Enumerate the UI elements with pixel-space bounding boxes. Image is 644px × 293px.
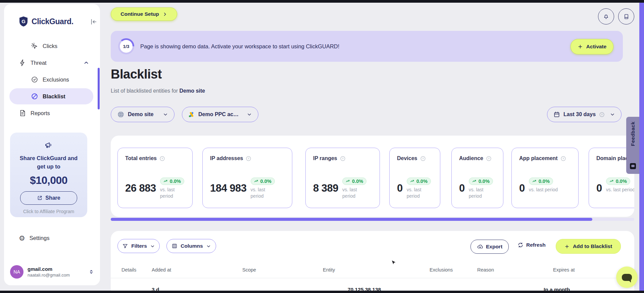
- ppc-account-selector[interactable]: Demo PPC ac…: [182, 107, 258, 122]
- stat-value: 26 883: [125, 182, 156, 194]
- column-header-exclusions: Exclusions: [430, 267, 453, 273]
- columns-button[interactable]: Columns: [166, 239, 216, 253]
- export-button[interactable]: Export: [470, 240, 509, 254]
- share-button-label: Share: [45, 195, 60, 201]
- sidebar-item-threat[interactable]: Threat: [19, 56, 89, 69]
- calendar-icon: [553, 111, 560, 118]
- trend-up-icon: [472, 179, 477, 184]
- activate-button[interactable]: Activate: [571, 39, 613, 54]
- sidebar-item-label: Threat: [31, 60, 47, 66]
- stat-value: 0: [596, 182, 602, 194]
- delta-badge: 0.0%: [606, 178, 630, 185]
- column-header-expires-at: Expires at: [553, 267, 575, 273]
- page-subtitle-text: List of blacklisted entities for: [111, 88, 178, 94]
- funnel-icon: [122, 243, 128, 249]
- sidebar-item-settings[interactable]: ⚙ Settings: [19, 232, 49, 244]
- chevron-down-icon: [247, 112, 252, 117]
- column-header-details: Details: [121, 267, 136, 273]
- account-switcher[interactable]: NA gmail.com naatali.ro@gmail.com: [10, 265, 94, 279]
- site-selector[interactable]: Demo site: [111, 107, 175, 122]
- promo-footnote: Click to Affiliate Program: [10, 209, 87, 214]
- vertical-scrollbar[interactable]: [639, 3, 644, 291]
- vs-last-period: vs. last period: [407, 187, 426, 199]
- help-icon[interactable]: ?: [159, 156, 165, 161]
- notifications-button[interactable]: [598, 8, 614, 25]
- account-email: naatali.ro@gmail.com: [28, 273, 70, 278]
- feedback-tab[interactable]: Feedback: [626, 117, 639, 174]
- share-button[interactable]: Share: [20, 191, 77, 205]
- help-icon[interactable]: ?: [599, 112, 605, 117]
- sidebar-item-reports[interactable]: Reports: [19, 107, 50, 119]
- help-icon[interactable]: ?: [420, 156, 426, 161]
- chat-launcher-button[interactable]: [616, 266, 638, 288]
- sidebar-item-exclusions[interactable]: Exclusions: [31, 73, 69, 86]
- stat-card-devices: Devices? 0 0.0% vs. last period: [389, 148, 440, 208]
- svg-text:G: G: [21, 18, 26, 24]
- badge-check-icon: [31, 76, 38, 83]
- window-top-edge: [0, 0, 644, 3]
- svg-text:?: ?: [248, 157, 250, 160]
- feedback-widget-icon: [630, 163, 636, 169]
- stat-card-app-placement: App placement? 0 0.0% vs. last period: [511, 148, 579, 208]
- feedback-label: Feedback: [630, 121, 636, 146]
- add-to-blacklist-button[interactable]: Add to Blacklist: [556, 239, 621, 254]
- vs-last-period: vs. last period: [529, 187, 569, 193]
- external-link-icon: [37, 195, 43, 201]
- promo-amount: $10,000: [10, 174, 87, 187]
- activate-label: Activate: [586, 44, 606, 50]
- setup-progress-value: 1/3: [120, 40, 133, 53]
- stat-card-audience: Audience? 0 0.0% vs. last period: [451, 148, 503, 208]
- sidebar-collapse-icon[interactable]: [90, 18, 97, 26]
- columns-icon: [171, 243, 178, 249]
- help-icon[interactable]: ?: [560, 156, 566, 161]
- logo: G ClickGuard.: [19, 16, 73, 27]
- blacklist-table-panel: Filters Columns Export Refresh Add to Bl…: [111, 231, 634, 293]
- svg-text:?: ?: [161, 157, 163, 160]
- svg-text:?: ?: [488, 157, 490, 160]
- docs-button[interactable]: [618, 8, 634, 25]
- column-header-added-at: Added at: [152, 267, 171, 273]
- trend-up-icon: [410, 179, 415, 184]
- megaphone-icon: [10, 141, 87, 149]
- delta-badge: 0.0%: [469, 178, 493, 185]
- stat-label: IP ranges: [313, 155, 337, 161]
- stat-value: 0: [459, 182, 465, 194]
- stat-label: Devices: [397, 155, 417, 161]
- stat-label: Total entries: [125, 155, 157, 161]
- refresh-button[interactable]: Refresh: [517, 242, 546, 248]
- affiliate-promo-card[interactable]: Share ClickGuard and get up to $10,000 S…: [10, 133, 87, 217]
- columns-label: Columns: [181, 243, 203, 249]
- sidebar-item-blacklist[interactable]: Blacklist: [9, 88, 93, 104]
- cursor-click-icon: [31, 42, 38, 50]
- add-to-blacklist-label: Add to Blacklist: [573, 243, 612, 249]
- site-selector-label: Demo site: [128, 111, 153, 117]
- column-header-scope: Scope: [242, 267, 256, 273]
- stat-card-ip-ranges: IP ranges? 8 389 0.0% vs. last period: [305, 148, 380, 208]
- vs-last-period: vs. last period: [251, 187, 270, 199]
- account-name: gmail.com: [28, 266, 70, 272]
- help-icon[interactable]: ?: [486, 156, 492, 161]
- trend-up-icon: [254, 179, 259, 184]
- date-range-label: Last 30 days: [563, 111, 596, 117]
- avatar: NA: [10, 265, 23, 279]
- refresh-label: Refresh: [526, 242, 546, 248]
- horizontal-scrollbar-thumb[interactable]: [111, 218, 592, 221]
- lightning-icon: [19, 59, 26, 66]
- filters-button[interactable]: Filters: [117, 239, 160, 253]
- nav-section-indicator: [98, 68, 100, 109]
- account-info: gmail.com naatali.ro@gmail.com: [28, 266, 70, 278]
- trend-up-icon: [532, 179, 537, 184]
- horizontal-scrollbar[interactable]: [111, 218, 634, 221]
- vs-last-period: vs. last period: [469, 187, 488, 199]
- continue-setup-button[interactable]: Continue Setup: [111, 7, 177, 21]
- help-icon[interactable]: ?: [246, 156, 251, 161]
- stats-panel: Total entries? 26 883 0.0% vs. last peri…: [111, 136, 634, 217]
- book-icon: [623, 13, 630, 20]
- date-range-selector[interactable]: Last 30 days ?: [547, 107, 622, 122]
- stat-value: 0: [397, 182, 403, 194]
- stat-value: 184 983: [210, 182, 247, 194]
- help-icon[interactable]: ?: [340, 156, 346, 161]
- chevron-down-icon: [163, 112, 168, 117]
- gear-icon: ⚙: [19, 235, 25, 242]
- sidebar-item-clicks[interactable]: Clicks: [31, 40, 57, 52]
